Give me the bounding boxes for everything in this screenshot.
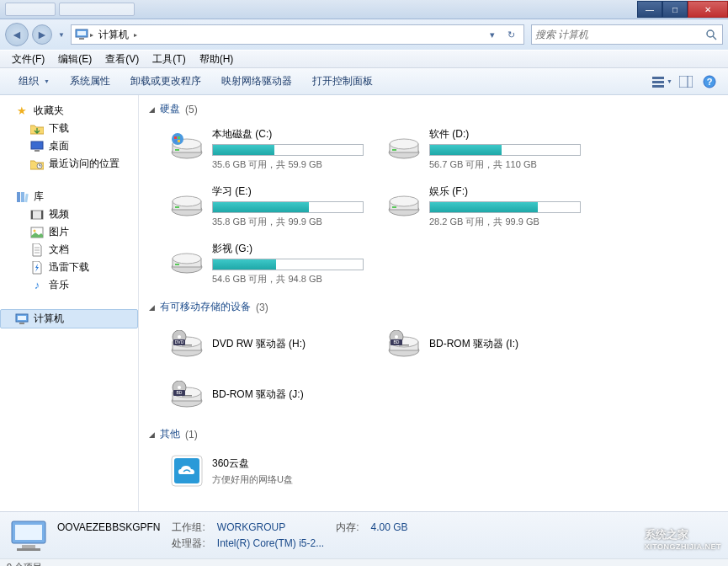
group-header-removable[interactable]: ◢ 有可移动存储的设备 (3) [139, 296, 728, 318]
drive-item[interactable]: BD BD-ROM 驱动器 (I:) [381, 321, 588, 366]
sidebar-recent[interactable]: 最近访问的位置 [0, 155, 138, 173]
back-button[interactable]: ◄ [5, 23, 29, 46]
picture-icon [30, 226, 44, 239]
drive-name: DVD RW 驱动器 (H:) [212, 337, 367, 351]
svg-point-3 [707, 30, 714, 37]
maximize-button[interactable]: □ [662, 1, 688, 18]
history-dropdown[interactable]: ▼ [56, 23, 67, 46]
sidebar-thunder[interactable]: 迅雷下载 [0, 259, 138, 276]
svg-text:DVD: DVD [175, 339, 184, 344]
menu-bar: 文件(F) 编辑(E) 查看(V) 工具(T) 帮助(H) [0, 50, 728, 68]
drive-name: 360云盘 [212, 457, 367, 471]
drive-item[interactable]: 360云盘 方便好用的网络U盘 [164, 448, 371, 494]
svg-point-40 [390, 139, 418, 149]
star-icon: ★ [15, 104, 29, 118]
svg-rect-27 [18, 316, 26, 320]
menu-view[interactable]: 查看(V) [98, 51, 146, 68]
drive-item[interactable]: BD BD-ROM 驱动器 (J:) [164, 371, 371, 417]
drive-name: 娱乐 (F:) [429, 184, 584, 199]
sidebar-pictures[interactable]: 图片 [0, 223, 138, 241]
drive-capacity: 54.6 GB 可用，共 94.8 GB [212, 273, 367, 286]
menu-file[interactable]: 文件(F) [5, 51, 51, 68]
menu-edit[interactable]: 编辑(E) [51, 51, 98, 68]
address-bar[interactable]: ▸ 计算机 ▸ ▾ ↻ [71, 24, 524, 45]
refresh-dropdown[interactable]: ▾ [483, 25, 502, 44]
drive-name: 本地磁盘 (C:) [212, 127, 367, 142]
organize-button[interactable]: 组织▼ [8, 71, 60, 92]
svg-rect-2 [79, 38, 84, 40]
drive-capacity: 35.6 GB 可用，共 59.9 GB [212, 158, 367, 171]
optical-drive-icon: BD [168, 376, 205, 413]
sidebar-downloads[interactable]: 下载 [0, 120, 138, 137]
svg-rect-12 [31, 142, 43, 149]
svg-rect-45 [175, 206, 179, 208]
music-icon: ♪ [30, 279, 44, 292]
capacity-bar [212, 201, 364, 213]
drive-description: 方便好用的网络U盘 [212, 473, 367, 486]
libraries-icon [15, 190, 29, 204]
forward-button[interactable]: ► [32, 24, 52, 45]
svg-text:BD: BD [394, 339, 400, 344]
view-options-button[interactable]: ▼ [652, 72, 672, 91]
svg-point-22 [34, 229, 36, 232]
hdd-icon [168, 242, 205, 279]
svg-rect-20 [41, 211, 43, 219]
help-button[interactable]: ? [699, 72, 720, 91]
optical-drive-icon: BD [385, 325, 422, 362]
svg-text:?: ? [707, 77, 713, 87]
menu-help[interactable]: 帮助(H) [193, 51, 241, 68]
computer-icon [75, 28, 88, 41]
svg-point-67 [395, 335, 398, 339]
search-input[interactable] [535, 29, 704, 40]
navigation-bar: ◄ ► ▼ ▸ 计算机 ▸ ▾ ↻ [0, 19, 728, 50]
navigation-pane: ★ 收藏夹 下载 桌面 最近访问的位置 库 视频 [0, 95, 139, 511]
memory-label: 内存: [336, 521, 359, 535]
group-header-hdd[interactable]: ◢ 硬盘 (5) [139, 99, 728, 120]
breadcrumb-computer[interactable]: 计算机 [95, 28, 132, 42]
status-bar: 9 个项目 [0, 558, 728, 566]
drive-item[interactable]: 软件 (D:) 56.7 GB 可用，共 110 GB [381, 123, 588, 175]
background-tab [5, 3, 56, 16]
sidebar-computer[interactable]: 计算机 [0, 309, 138, 328]
sidebar-videos[interactable]: 视频 [0, 206, 138, 223]
cpu-value: Intel(R) Core(TM) i5-2... [217, 537, 324, 549]
hdd-icon [168, 184, 205, 222]
drive-item[interactable]: 娱乐 (F:) 28.2 GB 可用，共 99.9 GB [381, 180, 588, 232]
sidebar-music[interactable]: ♪ 音乐 [0, 276, 138, 294]
map-network-drive-button[interactable]: 映射网络驱动器 [211, 71, 302, 92]
drive-item[interactable]: DVD DVD RW 驱动器 (H:) [164, 321, 371, 366]
svg-rect-17 [24, 193, 28, 201]
minimize-button[interactable]: — [637, 1, 662, 18]
system-properties-button[interactable]: 系统属性 [60, 71, 120, 92]
drive-item[interactable]: 本地磁盘 (C:) 35.6 GB 可用，共 59.9 GB [164, 123, 371, 175]
svg-rect-49 [392, 206, 396, 208]
drive-item[interactable]: 学习 (E:) 35.8 GB 可用，共 99.9 GB [164, 180, 371, 232]
drive-name: 学习 (E:) [212, 184, 367, 199]
svg-rect-16 [21, 192, 24, 202]
search-box[interactable] [531, 24, 723, 45]
sidebar-desktop[interactable]: 桌面 [0, 137, 138, 155]
breadcrumb-arrow[interactable]: ▸ [88, 31, 95, 39]
drive-item[interactable]: 影视 (G:) 54.6 GB 可用，共 94.8 GB [164, 238, 371, 290]
breadcrumb-arrow[interactable]: ▸ [132, 31, 139, 39]
capacity-bar [429, 201, 581, 213]
preview-pane-button[interactable] [676, 72, 696, 91]
close-button[interactable]: ✕ [688, 1, 728, 18]
sidebar-libraries[interactable]: 库 [0, 188, 138, 206]
cpu-label: 处理器: [172, 537, 205, 551]
search-icon [704, 27, 719, 42]
capacity-bar [212, 144, 364, 156]
uninstall-programs-button[interactable]: 卸载或更改程序 [120, 71, 211, 92]
svg-rect-13 [35, 150, 40, 152]
hdd-icon [385, 127, 422, 164]
sidebar-documents[interactable]: 文档 [0, 241, 138, 259]
open-control-panel-button[interactable]: 打开控制面板 [302, 71, 383, 92]
group-header-other[interactable]: ◢ 其他 (1) [139, 424, 728, 445]
sidebar-favorites[interactable]: ★ 收藏夹 [0, 102, 138, 120]
menu-tools[interactable]: 工具(T) [146, 51, 192, 68]
svg-rect-53 [175, 264, 179, 265]
recent-icon [30, 158, 44, 171]
svg-rect-37 [178, 140, 180, 142]
svg-rect-7 [652, 85, 664, 88]
refresh-button[interactable]: ↻ [502, 25, 520, 44]
